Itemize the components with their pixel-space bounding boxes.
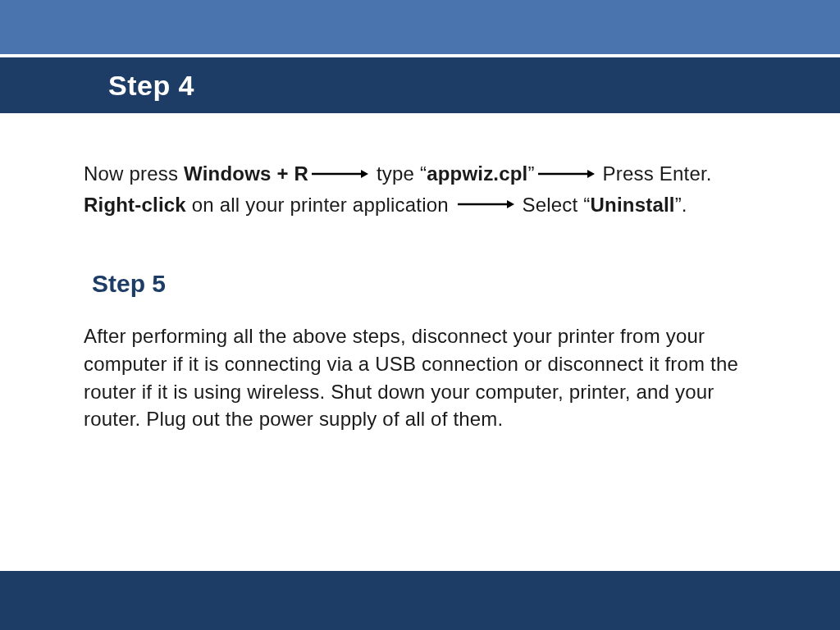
windows-r-bold: Windows + R: [184, 162, 308, 185]
text-segment: Select “: [517, 193, 591, 215]
text-segment: on all your printer application: [186, 193, 454, 215]
bottom-band: [0, 571, 840, 630]
text-segment: Now press: [84, 162, 184, 185]
text-segment: type “: [371, 162, 427, 185]
text-segment: Press Enter.: [597, 162, 712, 185]
slide: Step 4 Now press Windows + R type “appwi…: [0, 0, 840, 630]
step5-section: Step 5 After performing all the above st…: [84, 270, 756, 432]
text-segment: ”: [528, 162, 535, 185]
arrow-right-icon: [310, 168, 369, 180]
arrow-right-icon: [536, 168, 596, 180]
title-band: Step 4: [0, 57, 840, 113]
arrow-right-icon: [456, 199, 515, 210]
appwiz-bold: appwiz.cpl: [427, 162, 527, 185]
step5-heading: Step 5: [92, 270, 756, 298]
content-area: Now press Windows + R type “appwiz.cpl” …: [84, 158, 756, 433]
instruction-line-2: Right-click on all your printer applicat…: [84, 189, 756, 220]
uninstall-bold: Uninstall: [591, 193, 675, 215]
text-segment: ”.: [675, 193, 687, 215]
instruction-line-1: Now press Windows + R type “appwiz.cpl” …: [84, 158, 756, 189]
rightclick-bold: Right-click: [84, 193, 186, 215]
bottom-diagonal-shape: [0, 571, 840, 630]
step4-title: Step 4: [108, 70, 194, 102]
step5-body: After performing all the above steps, di…: [84, 322, 756, 432]
top-band: [0, 0, 840, 54]
